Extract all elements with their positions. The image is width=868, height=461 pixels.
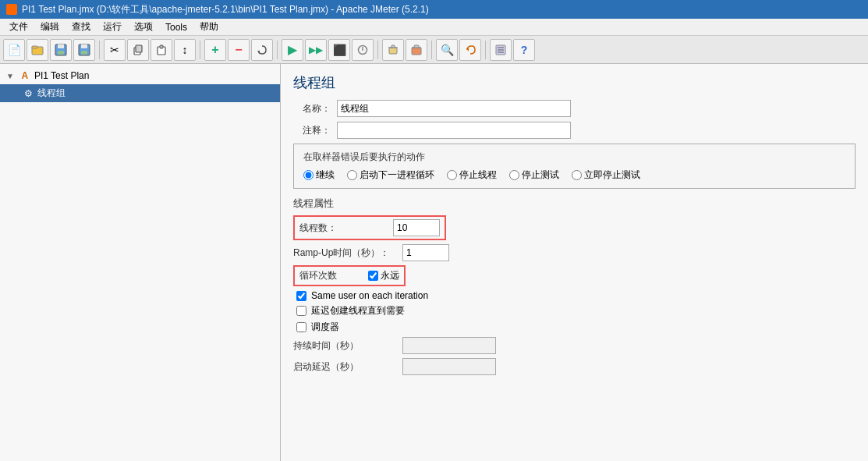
title-text: PI1 Test Plan.jmx (D:\软件工具\apache-jmeter… <box>22 3 429 16</box>
delay-create-label[interactable]: 延迟创建线程直到需要 <box>311 304 405 317</box>
scheduler-checkbox[interactable] <box>296 322 306 332</box>
title-bar: PI1 Test Plan.jmx (D:\软件工具\apache-jmeter… <box>0 0 868 19</box>
content-panel: 线程组 名称： 注释： 在取样器错误后要执行的动作 继续 启动下一进程循环 <box>281 64 868 461</box>
tree-item-test-plan[interactable]: ▼ A PI1 Test Plan <box>0 67 280 84</box>
rotate-button[interactable] <box>251 39 273 61</box>
toolbar-sep-3 <box>277 41 278 59</box>
clear-button[interactable] <box>382 39 404 61</box>
loop-count-row: 循环次数 永远 <box>293 265 856 286</box>
same-user-label[interactable]: Same user on each iteration <box>311 290 428 301</box>
comment-label: 注释： <box>293 124 331 137</box>
stop-button[interactable]: ⬛ <box>328 39 350 61</box>
tree-item-thread-group[interactable]: ⚙ 线程组 <box>0 84 280 102</box>
name-row: 名称： <box>293 100 856 117</box>
loop-count-highlight: 循环次数 永远 <box>293 265 406 286</box>
clear-all-button[interactable] <box>406 39 427 61</box>
copy-button[interactable] <box>127 39 149 61</box>
svg-rect-9 <box>136 45 142 52</box>
open-button[interactable] <box>27 39 48 61</box>
remove-button[interactable]: − <box>228 39 250 61</box>
menu-run[interactable]: 运行 <box>97 19 128 35</box>
menu-bar: 文件 编辑 查找 运行 选项 Tools 帮助 <box>0 19 868 36</box>
paste-button[interactable] <box>151 39 172 61</box>
save-button[interactable] <box>50 39 72 61</box>
main-layout: ▼ A PI1 Test Plan ⚙ 线程组 线程组 名称： 注释： 在取样器… <box>0 64 868 461</box>
cut-button[interactable]: ✂ <box>104 39 126 61</box>
panel-title: 线程组 <box>293 73 856 92</box>
add-button[interactable]: + <box>204 39 226 61</box>
list-button[interactable] <box>490 39 512 61</box>
svg-rect-11 <box>160 45 163 48</box>
toolbar-sep-4 <box>377 41 378 59</box>
same-user-row: Same user on each iteration <box>293 290 856 301</box>
menu-file[interactable]: 文件 <box>3 19 34 35</box>
option-stop-test-now[interactable]: 立即停止测试 <box>572 168 640 182</box>
sampler-error-options: 继续 启动下一进程循环 停止线程 停止测试 立即停止测试 <box>303 168 845 182</box>
search-button[interactable]: 🔍 <box>436 39 458 61</box>
loop-forever-checkbox[interactable] <box>368 271 378 281</box>
start-delay-row: 启动延迟（秒） <box>293 358 856 375</box>
option-next-loop[interactable]: 启动下一进程循环 <box>347 168 434 182</box>
comment-row: 注释： <box>293 122 856 139</box>
menu-edit[interactable]: 编辑 <box>34 19 66 35</box>
svg-rect-6 <box>81 44 87 48</box>
start-delay-label: 启动延迟（秒） <box>293 360 402 374</box>
delay-create-checkbox[interactable] <box>296 306 306 316</box>
toolbar: 📄 ✂ ↕ + − ▶ ▶▶ ⬛ 🔍 ? <box>0 36 868 64</box>
run-no-pause-button[interactable]: ▶▶ <box>305 39 327 61</box>
test-plan-icon: A <box>19 69 31 82</box>
ramp-up-label: Ramp-Up时间（秒）： <box>293 246 402 260</box>
thread-group-icon: ⚙ <box>22 87 34 100</box>
ramp-up-input[interactable] <box>402 244 449 261</box>
toolbar-sep-6 <box>485 41 486 59</box>
saveas-button[interactable] <box>73 39 95 61</box>
toolbar-sep-2 <box>200 41 200 59</box>
name-input[interactable] <box>337 100 571 117</box>
scheduler-label[interactable]: 调度器 <box>311 321 339 334</box>
new-button[interactable]: 📄 <box>3 39 25 61</box>
thread-count-label: 线程数： <box>299 222 393 235</box>
thread-count-highlight: 线程数： <box>293 215 446 240</box>
duration-row: 持续时间（秒） <box>293 337 856 354</box>
option-stop-thread[interactable]: 停止线程 <box>447 168 497 182</box>
svg-rect-4 <box>58 51 64 55</box>
option-continue[interactable]: 继续 <box>303 168 335 182</box>
thread-count-input[interactable] <box>393 219 440 236</box>
ramp-up-row: Ramp-Up时间（秒）： <box>293 244 856 261</box>
loop-forever-text: 永远 <box>381 269 399 282</box>
menu-help[interactable]: 帮助 <box>193 19 225 35</box>
svg-rect-17 <box>391 45 395 48</box>
loop-count-label: 循环次数 <box>299 269 362 282</box>
tree-toggle-test-plan[interactable]: ▼ <box>6 72 14 80</box>
comment-input[interactable] <box>337 122 571 139</box>
delay-create-row: 延迟创建线程直到需要 <box>293 304 856 317</box>
shutdown-button[interactable] <box>352 39 374 61</box>
sampler-error-group: 在取样器错误后要执行的动作 继续 启动下一进程循环 停止线程 停止测试 <box>293 144 856 189</box>
svg-rect-7 <box>81 51 87 55</box>
option-stop-test[interactable]: 停止测试 <box>509 168 559 182</box>
svg-rect-3 <box>58 44 64 48</box>
svg-rect-18 <box>412 48 421 55</box>
thread-group-label: 线程组 <box>37 87 66 100</box>
menu-options[interactable]: 选项 <box>128 19 159 35</box>
expand-button[interactable]: ↕ <box>174 39 196 61</box>
toolbar-sep-5 <box>431 41 432 59</box>
thread-properties-title: 线程属性 <box>293 197 856 211</box>
sampler-error-title: 在取样器错误后要执行的动作 <box>303 151 845 164</box>
sidebar: ▼ A PI1 Test Plan ⚙ 线程组 <box>0 64 281 461</box>
svg-rect-1 <box>32 46 37 48</box>
duration-input[interactable] <box>402 337 496 354</box>
same-user-checkbox[interactable] <box>296 291 306 301</box>
help-button[interactable]: ? <box>513 39 535 61</box>
reset-button[interactable] <box>459 39 481 61</box>
svg-rect-15 <box>389 48 397 54</box>
app-icon <box>6 4 17 15</box>
run-button[interactable]: ▶ <box>282 39 303 61</box>
start-delay-input[interactable] <box>402 358 496 375</box>
loop-forever-label[interactable]: 永远 <box>368 269 399 282</box>
scheduler-row: 调度器 <box>293 321 856 334</box>
menu-find[interactable]: 查找 <box>66 19 97 35</box>
toolbar-sep-1 <box>99 41 100 59</box>
menu-tools[interactable]: Tools <box>159 20 193 34</box>
thread-count-row: 线程数： <box>293 215 856 240</box>
